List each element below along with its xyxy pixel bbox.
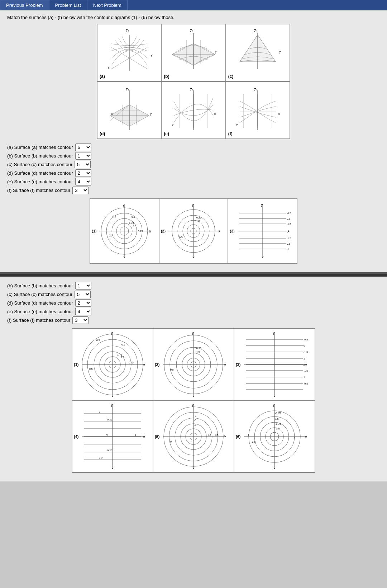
separator: [0, 274, 387, 277]
svg-text:x: x: [214, 112, 216, 116]
svg-text:Z↑: Z↑: [190, 88, 194, 92]
contour-2-bottom-svg: y x 1.5 0.25 0.5: [159, 330, 228, 399]
svg-text:-1.5: -1.5: [287, 223, 291, 225]
svg-text:-1: -1: [194, 414, 196, 417]
contour-2-svg: y x 1.5 0.25 0.5 x: [165, 202, 222, 260]
svg-text:1.75: 1.75: [117, 353, 122, 356]
svg-text:Z↑: Z↑: [190, 29, 194, 33]
svg-text:-1: -1: [194, 424, 196, 426]
svg-text:0.5: 0.5: [179, 236, 183, 239]
match-label-f-top: (f) Surface (f) matches contour: [7, 188, 70, 193]
svg-text:1.75: 1.75: [129, 222, 134, 224]
surface-b-svg: Z↑ y: [168, 29, 219, 76]
svg-text:0.1: 0.1: [121, 343, 125, 346]
svg-text:0.5: 0.5: [208, 434, 211, 436]
contour-top-container: (1) y x 1.75 1.5 0.5: [7, 198, 380, 264]
svg-text:-0.5: -0.5: [304, 382, 308, 385]
svg-text:0.5: 0.5: [287, 243, 290, 245]
match-label-b-top: (b) Surface (b) matches contour: [7, 153, 73, 159]
contour-4-bottom-label: (4): [74, 434, 78, 439]
match-select-b-top[interactable]: 123456: [75, 152, 91, 160]
contour-4-bottom-svg: y x -1 -0.25 0 -0.25: [78, 403, 147, 471]
match-select-d-top[interactable]: 123456: [75, 169, 91, 177]
svg-text:0.5: 0.5: [287, 217, 290, 220]
match-row-c: (c) Surface (c) matches contour 123456: [7, 291, 380, 298]
previous-button[interactable]: Previous Problem: [0, 0, 49, 10]
contour-6-bottom: (6) y x -0.5 -0.75 1.5: [234, 401, 315, 472]
top-section: Match the surfaces (a) - (f) below with …: [0, 10, 387, 274]
svg-text:-1: -1: [287, 248, 289, 250]
svg-text:y: y: [236, 123, 238, 126]
svg-text:1: 1: [304, 376, 305, 378]
surface-c-label: (c): [228, 74, 234, 79]
svg-text:0.1: 0.1: [132, 216, 135, 218]
surface-f-label: (f): [228, 131, 233, 136]
svg-text:1.5: 1.5: [196, 351, 200, 353]
contour-6-bottom-svg: y x -0.5 -0.75 1.5 -1.75: [240, 403, 309, 471]
surfaces-grid: (a) Z↑ y x: [97, 24, 290, 139]
match-row-e: (e) Surface (e) matches contour 123456: [7, 308, 380, 315]
svg-text:y: y: [150, 112, 152, 116]
svg-text:-1.5: -1.5: [304, 351, 308, 353]
contour-grid-top: (1) y x 1.75 1.5 0.5: [90, 198, 297, 264]
svg-text:1.5: 1.5: [275, 418, 279, 420]
match-row-a: (a) Surface (a) matches contour 123456: [7, 144, 380, 151]
contour-6-bottom-label: (6): [236, 434, 240, 439]
match-row-b-top: (b) Surface (b) matches contour 123456: [7, 152, 380, 160]
svg-text:0.5: 0.5: [109, 234, 113, 237]
match-label-d-top: (d) Surface (d) matches contour: [7, 170, 73, 176]
contour-3-svg: y x -0.5 0.5 -1.5 0: [234, 202, 291, 260]
svg-text:-0.5: -0.5: [275, 427, 280, 430]
svg-text:y: y: [192, 403, 194, 407]
match-select-e-top[interactable]: 123456: [75, 178, 91, 185]
match-row-c-top: (c) Surface (c) matches contour 123456: [7, 161, 380, 168]
contour-1-svg: y x 1.75 1.5 0.5 0.5 0.1: [96, 202, 153, 260]
svg-text:-1: -1: [194, 419, 196, 422]
contour-5-bottom: (5) -1 -1 -1 0.5 0.5: [153, 401, 234, 472]
contour-bottom-row1: (1) y x 1.75 1.5: [72, 329, 315, 400]
surface-c-cell: (c) Z↑ y: [226, 24, 290, 81]
contour-3-bottom: (3) y x -0: [234, 329, 315, 400]
match-select-d[interactable]: 123456: [75, 299, 91, 307]
match-label-e-top: (e) Surface (e) matches contour: [7, 179, 73, 184]
surface-a-cell: (a) Z↑ y x: [97, 24, 161, 81]
svg-text:x: x: [224, 434, 225, 437]
next-button[interactable]: Next Problem: [87, 0, 128, 10]
match-label-c-top: (c) Surface (c) matches contour: [7, 162, 72, 167]
contour-bottom-container: (1) y x 1.75 1.5: [7, 328, 380, 473]
svg-text:0: 0: [304, 344, 305, 347]
svg-text:0.5: 0.5: [113, 215, 116, 218]
match-select-c[interactable]: 123456: [75, 291, 91, 298]
problem-list-button[interactable]: Problem List: [49, 0, 87, 10]
svg-text:0.5: 0.5: [215, 434, 219, 436]
match-select-c-top[interactable]: 123456: [75, 161, 91, 168]
surface-e-label: (e): [164, 131, 169, 136]
svg-text:-1.5: -1.5: [304, 370, 308, 372]
surface-d-label: (d): [100, 131, 105, 136]
contour-bottom-row2: (4) y x -1 -0.25: [72, 400, 315, 472]
match-select-e[interactable]: 123456: [75, 308, 91, 315]
svg-text:-0.5: -0.5: [287, 212, 291, 215]
match-select-a[interactable]: 123456: [75, 144, 91, 151]
match-label-b: (b) Surface (b) matches contour: [7, 283, 73, 288]
svg-text:y: y: [151, 53, 153, 57]
svg-text:0: 0: [106, 433, 108, 436]
match-select-b[interactable]: 123456: [75, 282, 91, 290]
contour-3-cell: (3) y x -0.5 0.5 -1.: [228, 199, 297, 263]
svg-text:1: 1: [304, 357, 305, 360]
contour-4-bottom: (4) y x -1 -0.25: [72, 401, 153, 472]
match-select-f[interactable]: 123456: [72, 316, 89, 324]
contour-1-bottom: (1) y x 1.75 1.5: [72, 329, 153, 400]
match-row-f-top: (f) Surface (f) matches contour 123456: [7, 187, 380, 194]
svg-text:0.5: 0.5: [170, 368, 174, 371]
svg-text:1.5: 1.5: [121, 356, 124, 358]
contour-1-bottom-svg: y x 1.75 1.5 0.5 0.5: [78, 330, 147, 399]
match-select-f-top[interactable]: 123456: [72, 187, 89, 194]
match-label-a: (a) Surface (a) matches contour: [7, 145, 73, 150]
match-row-d-top: (d) Surface (d) matches contour 123456: [7, 169, 380, 177]
svg-text:-0.5: -0.5: [304, 338, 308, 341]
contour-2-label: (2): [161, 229, 166, 233]
svg-text:-1: -1: [98, 410, 100, 413]
match-rows-bottom: (b) Surface (b) matches contour 123456 (…: [7, 282, 380, 324]
svg-text:x: x: [278, 112, 280, 116]
